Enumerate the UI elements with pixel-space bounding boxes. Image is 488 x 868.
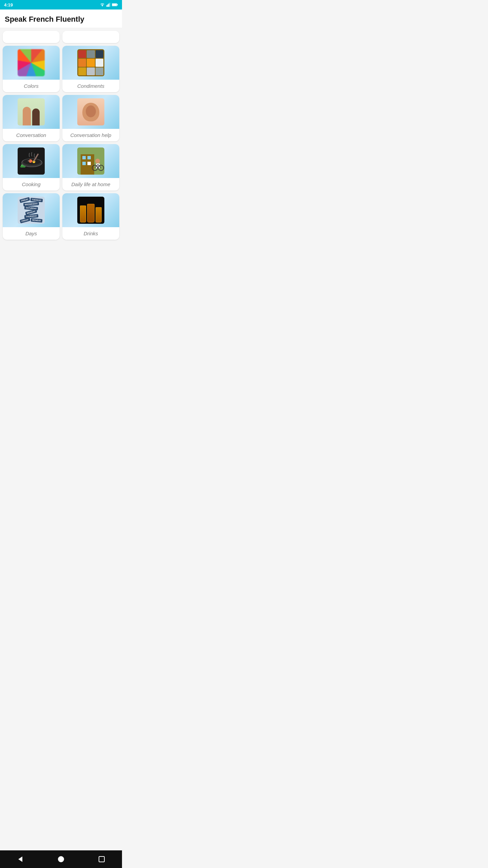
person-2-icon <box>32 108 40 125</box>
svg-rect-1 <box>107 4 108 7</box>
app-wrapper: 4:19 Speak French Fluently <box>0 0 122 260</box>
card-row-3: Cooking <box>3 144 119 191</box>
partial-card-left[interactable] <box>3 31 60 43</box>
card-drinks-image <box>62 193 119 227</box>
svg-rect-5 <box>117 4 118 5</box>
wifi-icon <box>100 3 105 7</box>
card-drinks[interactable]: Drinks <box>62 193 119 240</box>
card-daily-label: Daily life at home <box>62 178 119 191</box>
glass-3-icon <box>96 207 102 222</box>
card-daily-image <box>62 144 119 178</box>
svg-rect-19 <box>87 156 91 159</box>
status-bar: 4:19 <box>0 0 122 9</box>
card-colors[interactable]: Colors <box>3 46 60 92</box>
card-grid: Colors <box>3 46 119 240</box>
drinks-icon <box>77 197 104 224</box>
svg-rect-0 <box>106 5 107 7</box>
svg-rect-21 <box>87 162 91 165</box>
status-time: 4:19 <box>4 2 13 7</box>
card-conversation-image <box>3 95 60 129</box>
battery-icon <box>112 3 118 7</box>
card-row-2: Conversation Conversation help <box>3 95 119 141</box>
signal-icon <box>106 3 110 7</box>
day-monday-2: MONDAY <box>30 218 42 223</box>
wok-svg <box>18 147 45 175</box>
card-conv-help-image <box>62 95 119 129</box>
face-icon <box>82 103 99 121</box>
svg-rect-3 <box>109 3 110 7</box>
card-cooking-image <box>3 144 60 178</box>
card-conversation-help[interactable]: Conversation help <box>62 95 119 141</box>
glass-1-icon <box>80 205 86 222</box>
card-daily-life[interactable]: Daily life at home <box>62 144 119 191</box>
card-conv-help-label: Conversation help <box>62 129 119 141</box>
svg-rect-6 <box>112 4 117 6</box>
svg-rect-9 <box>20 166 25 167</box>
svg-rect-14 <box>28 160 30 161</box>
card-condiments[interactable]: Condiments <box>62 46 119 92</box>
card-colors-image <box>3 46 60 80</box>
card-conversation[interactable]: Conversation <box>3 95 60 141</box>
card-conversation-label: Conversation <box>3 129 60 141</box>
card-row-1: Colors <box>3 46 119 92</box>
svg-rect-2 <box>108 3 109 7</box>
status-icons <box>100 3 118 7</box>
card-colors-label: Colors <box>3 80 60 92</box>
day-friday-1: FRIDAY <box>19 197 30 203</box>
partial-row <box>3 31 119 43</box>
person-1-icon <box>23 107 31 125</box>
card-cooking[interactable]: Cooking <box>3 144 60 191</box>
cooking-icon <box>18 147 45 175</box>
conversation-icon <box>18 98 45 125</box>
daily-icon <box>77 147 104 175</box>
card-drinks-label: Drinks <box>62 227 119 240</box>
condiments-icon <box>77 49 104 76</box>
card-days[interactable]: FRIDAY TUESDAY WEDNESDAY SATURDAY MONDAY… <box>3 193 60 240</box>
glass-2-icon <box>87 204 95 222</box>
card-days-label: Days <box>3 227 60 240</box>
card-days-image: FRIDAY TUESDAY WEDNESDAY SATURDAY MONDAY… <box>3 193 60 227</box>
card-row-4: FRIDAY TUESDAY WEDNESDAY SATURDAY MONDAY… <box>3 193 119 240</box>
card-condiments-label: Condiments <box>62 80 119 92</box>
card-condiments-image <box>62 46 119 80</box>
day-friday-2: FRIDAY <box>20 217 30 223</box>
conv-help-icon <box>77 98 104 125</box>
header: Speak French Fluently <box>0 9 122 28</box>
svg-rect-18 <box>82 156 86 159</box>
colors-icon <box>18 49 45 76</box>
page-title: Speak French Fluently <box>5 15 117 24</box>
card-cooking-label: Cooking <box>3 178 60 191</box>
partial-card-right[interactable] <box>62 31 119 43</box>
days-icon: FRIDAY TUESDAY WEDNESDAY SATURDAY MONDAY… <box>18 197 45 224</box>
daily-svg <box>77 147 104 175</box>
svg-rect-20 <box>82 162 86 165</box>
content-area: Colors <box>0 28 122 242</box>
svg-point-22 <box>95 159 100 163</box>
